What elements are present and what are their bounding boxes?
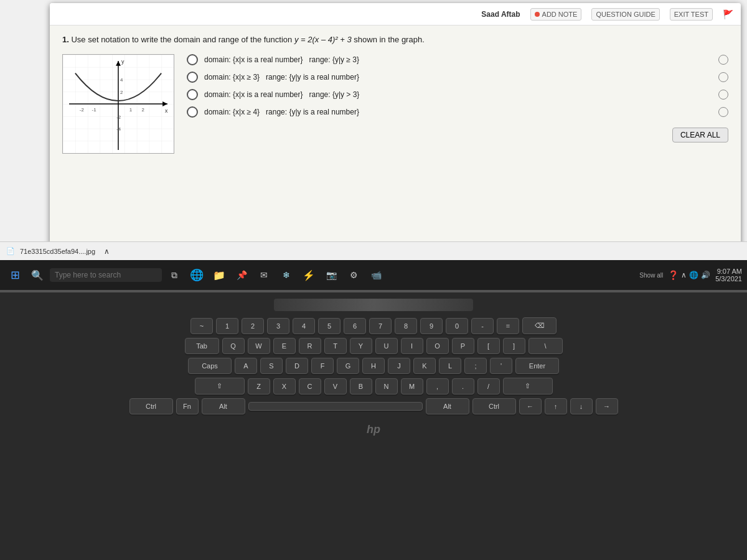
- user-name: Saad Aftab: [481, 10, 520, 19]
- key-shift-right[interactable]: ⇧: [503, 378, 553, 394]
- app-icon-4[interactable]: ⚡: [299, 265, 319, 285]
- key-arrow-right[interactable]: →: [596, 398, 618, 414]
- key-9[interactable]: 9: [420, 318, 443, 334]
- app-icon-1[interactable]: 📌: [232, 265, 251, 285]
- keyboard-row-5: Ctrl Fn Alt Alt Ctrl ← ↑ ↓ →: [129, 398, 618, 414]
- key-space[interactable]: [248, 402, 423, 411]
- key-ctrl-left[interactable]: Ctrl: [129, 398, 173, 414]
- app-icon-2[interactable]: ✉: [254, 265, 274, 285]
- key-2[interactable]: 2: [242, 318, 264, 334]
- key-h[interactable]: H: [362, 358, 385, 374]
- key-backspace[interactable]: ⌫: [522, 317, 557, 334]
- key-shift-left[interactable]: ⇧: [195, 378, 245, 394]
- file-explorer-icon[interactable]: 📁: [209, 265, 229, 285]
- key-q[interactable]: Q: [222, 338, 245, 354]
- key-d[interactable]: D: [286, 358, 308, 374]
- key-a[interactable]: A: [235, 358, 257, 374]
- key-arrow-left[interactable]: ←: [519, 398, 542, 414]
- key-f[interactable]: F: [311, 358, 334, 374]
- key-fn[interactable]: Fn: [176, 398, 199, 414]
- svg-text:y: y: [121, 58, 125, 65]
- key-o[interactable]: O: [426, 338, 449, 354]
- video-icon[interactable]: 📹: [366, 265, 386, 285]
- key-w[interactable]: W: [248, 338, 270, 354]
- add-note-button[interactable]: ADD NOTE: [530, 8, 582, 21]
- key-v[interactable]: V: [324, 378, 347, 394]
- task-view-icon[interactable]: ⧉: [164, 265, 184, 285]
- key-x[interactable]: X: [273, 378, 296, 394]
- key-n[interactable]: N: [375, 378, 398, 394]
- key-c[interactable]: C: [299, 378, 321, 394]
- quiz-topbar: Saad Aftab ADD NOTE QUESTION GUIDE EXIT …: [50, 3, 741, 26]
- radio-4[interactable]: [187, 106, 198, 118]
- key-semicolon[interactable]: ;: [464, 358, 487, 374]
- key-lbracket[interactable]: [: [477, 338, 500, 354]
- key-l[interactable]: L: [439, 358, 461, 374]
- key-equals[interactable]: =: [497, 318, 519, 334]
- key-alt-right[interactable]: Alt: [426, 398, 469, 414]
- red-dot-icon: [535, 12, 540, 17]
- answer-option-3[interactable]: domain: {x|x is a real number} range: {y…: [187, 89, 728, 100]
- key-caps[interactable]: Caps: [188, 358, 232, 374]
- key-minus[interactable]: -: [471, 318, 494, 334]
- key-s[interactable]: S: [260, 358, 283, 374]
- key-m[interactable]: M: [401, 378, 423, 394]
- radio-1[interactable]: [187, 54, 198, 65]
- show-all-text[interactable]: Show all: [639, 272, 663, 279]
- key-0[interactable]: 0: [446, 318, 468, 334]
- key-7[interactable]: 7: [369, 318, 392, 334]
- key-slash[interactable]: /: [477, 378, 500, 394]
- key-ctrl-right[interactable]: Ctrl: [472, 398, 516, 414]
- answer-option-2[interactable]: domain: {x|x ≥ 3} range: {y|y is a real …: [187, 72, 728, 83]
- exit-test-button[interactable]: EXIT TEST: [670, 8, 713, 21]
- settings-icon[interactable]: ⚙: [344, 265, 364, 285]
- key-u[interactable]: U: [375, 338, 398, 354]
- key-g[interactable]: G: [337, 358, 359, 374]
- key-y[interactable]: Y: [350, 338, 372, 354]
- taskbar-search-input[interactable]: [50, 268, 162, 282]
- key-j[interactable]: J: [388, 358, 410, 374]
- radio-2[interactable]: [187, 72, 198, 83]
- key-arrow-down[interactable]: ↓: [570, 398, 593, 414]
- key-rbracket[interactable]: ]: [503, 338, 525, 354]
- key-z[interactable]: Z: [248, 378, 270, 394]
- key-r[interactable]: R: [299, 338, 321, 354]
- key-apostrophe[interactable]: ': [490, 358, 512, 374]
- answer-option-4[interactable]: domain: {x|x ≥ 4} range: {y|y is a real …: [187, 106, 728, 118]
- key-8[interactable]: 8: [395, 318, 417, 334]
- svg-text:2: 2: [142, 107, 144, 113]
- volume-icon: 🔊: [701, 271, 710, 279]
- question-guide-button[interactable]: QUESTION GUIDE: [591, 8, 659, 21]
- answer-option-1[interactable]: domain: {x|x is a real number} range: {y…: [187, 54, 728, 65]
- key-tab[interactable]: Tab: [185, 338, 219, 354]
- key-4[interactable]: 4: [293, 318, 315, 334]
- key-6[interactable]: 6: [344, 318, 366, 334]
- clock: 9:07 AM 5/3/2021: [715, 268, 742, 282]
- key-1[interactable]: 1: [216, 318, 238, 334]
- key-tilde[interactable]: ~: [190, 318, 213, 334]
- key-backslash[interactable]: \: [529, 338, 563, 354]
- edge-icon[interactable]: 🌐: [187, 265, 207, 285]
- app-icon-5[interactable]: 📷: [321, 265, 341, 285]
- key-enter[interactable]: Enter: [515, 358, 559, 374]
- key-3[interactable]: 3: [267, 318, 289, 334]
- taskbar-right: Show all ❓ ∧ 🌐 🔊 9:07 AM 5/3/2021: [639, 268, 742, 282]
- key-t[interactable]: T: [324, 338, 347, 354]
- key-period[interactable]: .: [452, 378, 474, 394]
- keyboard-row-4: ⇧ Z X C V B N M , . / ⇧: [195, 378, 553, 394]
- search-icon[interactable]: 🔍: [27, 265, 47, 285]
- key-b[interactable]: B: [350, 378, 372, 394]
- clear-all-button[interactable]: CLEAR ALL: [672, 128, 728, 142]
- key-i[interactable]: I: [401, 338, 423, 354]
- key-e[interactable]: E: [273, 338, 296, 354]
- key-5[interactable]: 5: [318, 318, 341, 334]
- radio-3[interactable]: [187, 89, 198, 100]
- key-k[interactable]: K: [413, 358, 436, 374]
- key-alt-left[interactable]: Alt: [202, 398, 245, 414]
- windows-start-icon[interactable]: ⊞: [5, 265, 25, 285]
- app-icon-3[interactable]: ❄: [276, 265, 296, 285]
- file-icon: 📄: [6, 247, 15, 255]
- key-comma[interactable]: ,: [426, 378, 449, 394]
- key-arrow-up[interactable]: ↑: [545, 398, 567, 414]
- key-p[interactable]: P: [452, 338, 474, 354]
